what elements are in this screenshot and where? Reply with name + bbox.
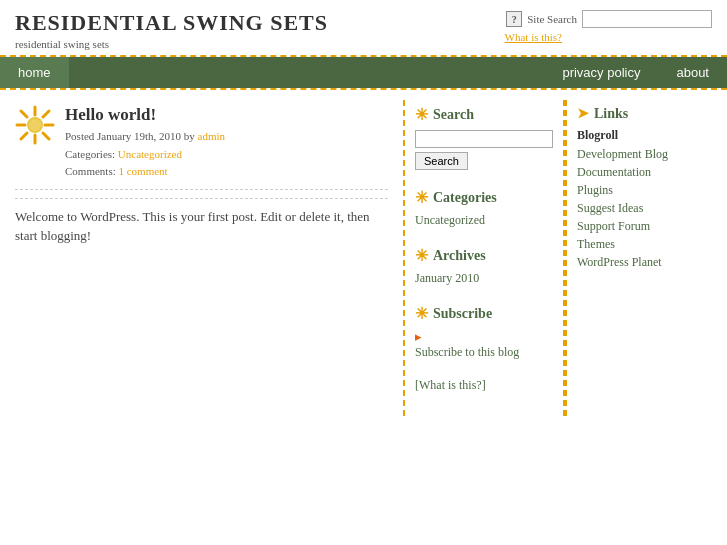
post-content: Welcome to WordPress. This is your first… xyxy=(15,198,388,246)
post-category[interactable]: Uncategorized xyxy=(118,148,182,160)
what-is-this-link[interactable]: What is this? xyxy=(505,31,562,43)
link-themes[interactable]: Themes xyxy=(577,237,717,252)
sidebar-search-title: ✳ Search xyxy=(415,105,553,124)
main-wrapper: Hello world! Posted January 19th, 2010 b… xyxy=(0,90,727,426)
nav-link-about[interactable]: about xyxy=(658,57,727,88)
post-header: Hello world! Posted January 19th, 2010 b… xyxy=(15,105,388,190)
site-search-row: ? Site Search xyxy=(506,10,712,28)
svg-line-5 xyxy=(21,111,27,117)
sidebar-categories-title: ✳ Categories xyxy=(415,188,553,207)
category-link-uncategorized[interactable]: Uncategorized xyxy=(415,213,553,228)
nav-link-home[interactable]: home xyxy=(0,57,69,88)
sidebar-search-section: ✳ Search Search xyxy=(415,105,553,170)
link-documentation[interactable]: Documentation xyxy=(577,165,717,180)
svg-point-9 xyxy=(29,119,41,131)
link-wp-planet[interactable]: WordPress Planet xyxy=(577,255,717,270)
link-dev-blog[interactable]: Development Blog xyxy=(577,147,717,162)
post-comments-link[interactable]: 1 comment xyxy=(118,165,167,177)
archives-star-icon: ✳ xyxy=(415,246,428,265)
sidebar-search-button[interactable]: Search xyxy=(415,152,468,170)
link-suggest-ideas[interactable]: Suggest Ideas xyxy=(577,201,717,216)
nav-link-privacy[interactable]: privacy policy xyxy=(544,57,658,88)
nav-item-privacy[interactable]: privacy policy xyxy=(544,57,658,88)
sidebar-right: ➤ Links Blogroll Development Blog Docume… xyxy=(567,100,727,293)
link-plugins[interactable]: Plugins xyxy=(577,183,717,198)
post-title: Hello world! xyxy=(65,105,225,125)
nav-item-home[interactable]: home xyxy=(0,57,69,88)
post-categories-label: Categories: xyxy=(65,148,115,160)
svg-line-6 xyxy=(43,133,49,139)
sidebar-subscribe-section: ✳ Subscribe ▸Subscribe to this blog [Wha… xyxy=(415,304,553,393)
site-search-input[interactable] xyxy=(582,10,712,28)
content-area: Hello world! Posted January 19th, 2010 b… xyxy=(0,100,405,416)
sidebar-left: ✳ Search Search ✳ Categories Uncategoriz… xyxy=(405,100,565,416)
post: Hello world! Posted January 19th, 2010 b… xyxy=(15,105,388,246)
sidebar-categories-content: Uncategorized xyxy=(415,213,553,228)
subscribe-what-link[interactable]: [What is this?] xyxy=(415,378,553,393)
search-star-icon: ✳ xyxy=(415,105,428,124)
subscribe-blog-link[interactable]: Subscribe to this blog xyxy=(415,345,553,360)
nav-right: privacy policy about xyxy=(544,57,727,88)
links-arrow-icon: ➤ xyxy=(577,105,589,122)
svg-line-8 xyxy=(21,133,27,139)
post-meta: Posted January 19th, 2010 by admin Categ… xyxy=(65,128,225,181)
right-sidebar-wrapper: ➤ Links Blogroll Development Blog Docume… xyxy=(565,100,727,416)
nav-list: home privacy policy about xyxy=(0,57,727,88)
sidebar-subscribe-title: ✳ Subscribe xyxy=(415,304,553,323)
site-search-label: Site Search xyxy=(527,13,577,25)
link-support-forum[interactable]: Support Forum xyxy=(577,219,717,234)
blogroll-title: Blogroll xyxy=(577,128,717,143)
nav: home privacy policy about xyxy=(0,57,727,88)
sidebar-search-content: Search xyxy=(415,130,553,170)
header: RESIDENTIAL SWING SETS residential swing… xyxy=(0,0,727,55)
sidebar-search-input[interactable] xyxy=(415,130,553,148)
subscribe-star-icon: ✳ xyxy=(415,304,428,323)
post-date: Posted January 19th, 2010 by xyxy=(65,130,195,142)
post-comments-label: Comments: xyxy=(65,165,116,177)
sidebar-archives-content: January 2010 xyxy=(415,271,553,286)
post-author[interactable]: admin xyxy=(198,130,226,142)
sidebar-categories-section: ✳ Categories Uncategorized xyxy=(415,188,553,228)
nav-item-about[interactable]: about xyxy=(658,57,727,88)
sidebar-archives-section: ✳ Archives January 2010 xyxy=(415,246,553,286)
archive-jan-2010[interactable]: January 2010 xyxy=(415,271,553,286)
rss-icon: ▸ xyxy=(415,329,422,344)
sidebar-archives-title: ✳ Archives xyxy=(415,246,553,265)
post-icon xyxy=(15,105,55,145)
sidebar-links-section: ➤ Links Blogroll Development Blog Docume… xyxy=(577,105,717,270)
help-icon[interactable]: ? xyxy=(506,11,522,27)
header-right: ? Site Search What is this? xyxy=(505,10,712,43)
post-header-text: Hello world! Posted January 19th, 2010 b… xyxy=(65,105,225,181)
sidebar-links-content: Blogroll Development Blog Documentation … xyxy=(577,128,717,270)
categories-star-icon: ✳ xyxy=(415,188,428,207)
sidebar-subscribe-content: ▸Subscribe to this blog [What is this?] xyxy=(415,329,553,393)
svg-line-7 xyxy=(43,111,49,117)
sidebar-links-title: ➤ Links xyxy=(577,105,717,122)
